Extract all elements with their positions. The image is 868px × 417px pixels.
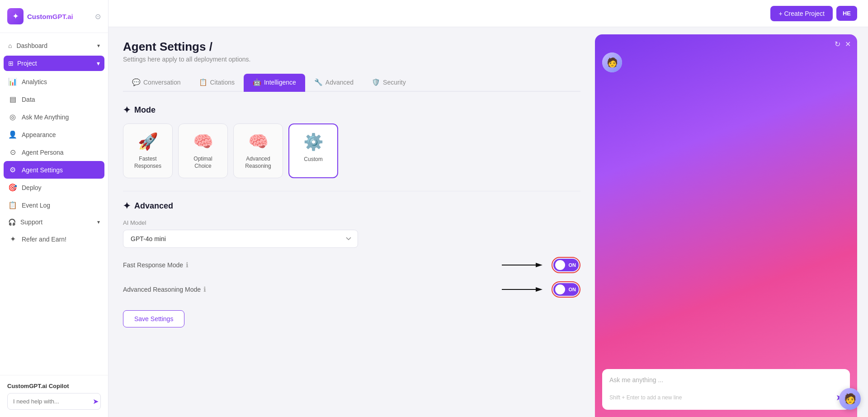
sidebar-item-support[interactable]: 🎧 Support ▾: [0, 214, 108, 230]
chat-agent-avatar: 🧑: [602, 52, 622, 72]
tab-conversation[interactable]: 💬 Conversation: [123, 74, 190, 92]
tabs: 💬 Conversation 📋 Citations 🤖 Intelligenc…: [123, 74, 580, 92]
advanced-reasoning-toggle[interactable]: ON: [553, 283, 579, 296]
fast-response-on-label: ON: [569, 262, 576, 268]
support-icon: 🎧: [8, 218, 16, 226]
fast-response-row: Fast Response Mode ℹ ON: [123, 257, 580, 273]
page-content: Agent Settings / Settings here apply to …: [108, 27, 868, 417]
sidebar-item-appearance[interactable]: 👤 Appearance: [0, 126, 108, 143]
advanced-icon: 🔧: [314, 78, 323, 86]
event-log-icon: 📋: [8, 201, 17, 209]
analytics-label: Analytics: [22, 78, 47, 85]
chevron-down-icon: ▾: [97, 43, 100, 49]
clock-icon[interactable]: ⊙: [95, 12, 101, 21]
dashboard-icon: ⌂: [8, 42, 12, 49]
appearance-label: Appearance: [22, 131, 56, 138]
agent-settings-label: Agent Settings: [22, 166, 63, 174]
advanced-reasoning-arrow: [502, 285, 542, 294]
sidebar-item-analytics[interactable]: 📊 Analytics: [0, 73, 108, 90]
sidebar-item-refer-earn[interactable]: ✦ Refer and Earn!: [0, 230, 108, 248]
close-icon[interactable]: ✕: [845, 40, 851, 48]
sidebar-logo: ✦ CustomGPT.ai ⊙: [0, 0, 108, 33]
copilot-label: CustomGPT.ai Copilot: [7, 383, 101, 389]
fast-response-toggle-wrapper: ON: [552, 257, 580, 273]
mode-section-title: ✦ Mode: [123, 104, 580, 115]
sidebar-item-data[interactable]: ▤ Data: [0, 90, 108, 108]
tab-citations[interactable]: 📋 Citations: [190, 74, 244, 92]
persona-icon: ⊙: [8, 148, 17, 156]
tab-intelligence[interactable]: 🤖 Intelligence: [244, 74, 305, 92]
mode-card-custom[interactable]: ⚙️ Custom: [288, 123, 338, 178]
custom-icon: ⚙️: [303, 133, 324, 152]
fast-response-info-icon[interactable]: ℹ: [186, 261, 189, 269]
sidebar-nav: ⌂ Dashboard ▾ ⊞ Project ▾ 📊 Analytics ▤ …: [0, 33, 108, 375]
agent-persona-label: Agent Persona: [22, 149, 64, 156]
sidebar-item-dashboard[interactable]: ⌂ Dashboard ▾: [0, 38, 108, 54]
mode-cards: 🚀 Fastest Responses 🧠 Optimal Choice 🧠 A…: [123, 123, 580, 178]
ai-model-label: AI Model: [123, 219, 580, 226]
advanced-reasoning-info-icon[interactable]: ℹ: [203, 285, 206, 294]
ask-me-anything-label: Ask Me Anything: [22, 114, 69, 121]
copilot-input-wrapper: ➤: [7, 393, 101, 410]
chat-preview-panel: ↻ ✕ 🧑 Ask me anything ... Shift + Enter …: [595, 34, 857, 417]
event-log-label: Event Log: [22, 202, 50, 209]
section-divider: [123, 191, 580, 191]
logo-icon: ✦: [7, 8, 24, 24]
sidebar-item-agent-settings[interactable]: ⚙ Agent Settings: [4, 161, 104, 179]
sidebar-item-project[interactable]: ⊞ Project ▾: [4, 56, 104, 71]
refresh-icon[interactable]: ↻: [835, 40, 840, 48]
mode-card-fastest[interactable]: 🚀 Fastest Responses: [123, 123, 173, 178]
advanced-reasoning-toggle-wrapper: ON: [552, 281, 580, 298]
sparkle-icon: ✦: [123, 104, 131, 115]
user-avatar-button[interactable]: HE: [836, 6, 857, 21]
save-settings-button[interactable]: Save Settings: [123, 310, 184, 327]
advanced-reasoning-row: Advanced Reasoning Mode ℹ ON: [123, 281, 580, 298]
sidebar-item-agent-persona[interactable]: ⊙ Agent Persona: [0, 143, 108, 161]
tab-security[interactable]: 🛡️ Security: [363, 74, 415, 92]
chat-input-placeholder[interactable]: Ask me anything ...: [609, 376, 843, 384]
refer-icon: ✦: [8, 235, 17, 243]
support-chevron-icon: ▾: [97, 219, 100, 225]
sidebar-item-event-log[interactable]: 📋 Event Log: [0, 196, 108, 214]
chat-preview-header: ↻ ✕: [595, 34, 857, 54]
support-label: Support: [20, 218, 42, 226]
chat-input-area: Ask me anything ... Shift + Enter to add…: [602, 369, 850, 410]
optimal-icon: 🧠: [193, 132, 213, 151]
logo-text: CustomGPT.ai: [27, 13, 73, 20]
dashboard-label: Dashboard: [16, 42, 47, 49]
advanced-section-title: ✦ Advanced: [123, 200, 580, 211]
sidebar-bottom: CustomGPT.ai Copilot ➤: [0, 375, 108, 417]
settings-panel: Agent Settings / Settings here apply to …: [108, 27, 595, 417]
mode-card-optimal[interactable]: 🧠 Optimal Choice: [178, 123, 228, 178]
deploy-icon: 🎯: [8, 183, 17, 192]
copilot-send-icon[interactable]: ➤: [93, 397, 99, 406]
create-project-button[interactable]: + Create Project: [770, 6, 833, 21]
chat-hint: Shift + Enter to add a new line: [609, 394, 682, 401]
mode-card-advanced-reasoning[interactable]: 🧠 Advanced Reasoning: [233, 123, 283, 178]
deploy-label: Deploy: [22, 184, 42, 191]
fastest-icon: 🚀: [138, 132, 158, 151]
chat-input-footer: Shift + Enter to add a new line ➤: [609, 393, 843, 403]
search-icon: ◎: [8, 113, 17, 121]
fast-response-label: Fast Response Mode ℹ: [123, 261, 497, 269]
sidebar-item-ask-me-anything[interactable]: ◎ Ask Me Anything: [0, 108, 108, 126]
fast-response-toggle[interactable]: ON: [553, 259, 579, 271]
refer-earn-label: Refer and Earn!: [22, 236, 66, 243]
copilot-input[interactable]: [13, 398, 89, 405]
svg-marker-3: [536, 287, 542, 292]
tab-advanced[interactable]: 🔧 Advanced: [305, 74, 363, 92]
project-label: Project: [17, 60, 37, 67]
sidebar-item-deploy[interactable]: 🎯 Deploy: [0, 179, 108, 196]
security-icon: 🛡️: [372, 78, 380, 86]
svg-marker-1: [536, 263, 542, 267]
project-icon: ⊞: [8, 60, 14, 67]
analytics-icon: 📊: [8, 77, 17, 86]
bottom-avatar[interactable]: 🧑: [839, 388, 861, 410]
ai-model-select[interactable]: GPT-4o mini GPT-4o GPT-4 GPT-3.5 Turbo: [123, 230, 358, 248]
chat-body: [595, 54, 857, 362]
settings-icon: ⚙: [8, 166, 17, 174]
page-title: Agent Settings /: [123, 40, 580, 54]
data-label: Data: [22, 96, 35, 103]
main-area: + Create Project HE Agent Settings / Set…: [108, 0, 868, 417]
toggle-knob-2: [555, 284, 565, 294]
